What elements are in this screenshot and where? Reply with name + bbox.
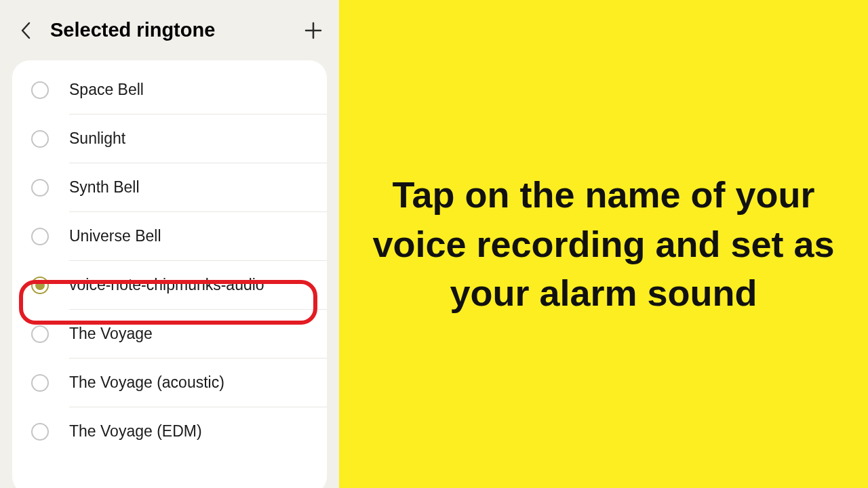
ringtone-label: The Voyage bbox=[69, 325, 153, 343]
ringtone-item[interactable]: Space Bell bbox=[12, 66, 327, 114]
radio-icon bbox=[31, 374, 49, 392]
header-bar: Selected ringtone bbox=[0, 0, 339, 55]
back-icon[interactable] bbox=[16, 21, 35, 40]
ringtone-item[interactable]: Sunlight bbox=[12, 115, 327, 163]
radio-icon bbox=[31, 423, 49, 441]
ringtone-item-selected[interactable]: voice-note-chipmunks-audio bbox=[12, 261, 327, 309]
plus-icon[interactable] bbox=[304, 21, 323, 40]
radio-icon bbox=[31, 81, 49, 99]
ringtone-item[interactable]: The Voyage (EDM) bbox=[12, 407, 327, 455]
ringtone-item[interactable]: Universe Bell bbox=[12, 212, 327, 260]
ringtone-item[interactable]: The Voyage (acoustic) bbox=[12, 359, 327, 407]
instruction-text: Tap on the name of your voice recording … bbox=[370, 170, 837, 319]
ringtone-item[interactable]: The Voyage bbox=[12, 310, 327, 358]
ringtone-label: The Voyage (acoustic) bbox=[69, 373, 224, 392]
ringtone-label: Space Bell bbox=[69, 81, 144, 99]
phone-screenshot-panel: Selected ringtone Space Bell Sunlight Sy… bbox=[0, 0, 339, 488]
ringtone-label: Synth Bell bbox=[69, 178, 140, 197]
ringtone-item[interactable]: Synth Bell bbox=[12, 163, 327, 211]
page-title: Selected ringtone bbox=[50, 19, 304, 41]
ringtone-label: The Voyage (EDM) bbox=[69, 422, 202, 441]
instruction-panel: Tap on the name of your voice recording … bbox=[339, 0, 868, 488]
ringtone-label: Sunlight bbox=[69, 129, 125, 148]
ringtone-list: Space Bell Sunlight Synth Bell Universe … bbox=[12, 60, 327, 488]
radio-icon-selected bbox=[31, 277, 49, 294]
radio-icon bbox=[31, 130, 49, 148]
ringtone-label: Universe Bell bbox=[69, 227, 161, 245]
radio-icon bbox=[31, 228, 49, 245]
radio-icon bbox=[31, 325, 49, 343]
ringtone-label: voice-note-chipmunks-audio bbox=[69, 276, 264, 294]
radio-icon bbox=[31, 179, 49, 197]
